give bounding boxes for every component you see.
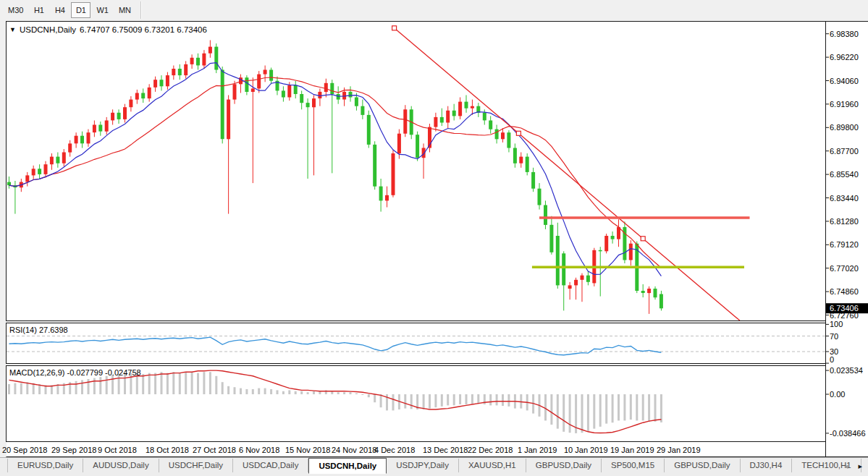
rsi-axis-label: 100 — [830, 320, 843, 328]
time-axis-label: 15 Nov 2018 — [285, 446, 330, 454]
price-axis-label: 6.77020 — [830, 264, 859, 273]
trendline-handle-1[interactable] — [516, 131, 521, 135]
macd-axis-label: -0.038466 — [830, 429, 866, 438]
time-axis-label: 9 Oct 2018 — [98, 446, 137, 454]
price-axis-label: 6.87700 — [830, 147, 859, 156]
price-axis-label: 6.83440 — [830, 194, 859, 203]
time-axis-label: 13 Dec 2018 — [423, 446, 468, 454]
chart-tab-usdchf-2[interactable]: USDCHF,Daily — [159, 459, 233, 472]
price-axis-label: 6.96220 — [830, 53, 859, 61]
chart-title-ohlc: 6.74707 6.75009 6.73201 6.73406 — [80, 25, 207, 34]
chart-tab-usdcad-3[interactable]: USDCAD,Daily — [233, 459, 308, 472]
left-margin — [0, 20, 7, 457]
macd-axis-label: 0.023534 — [830, 366, 863, 375]
time-axis-label: 1 Jan 2019 — [518, 446, 557, 454]
time-axis-label: 24 Nov 2018 — [332, 446, 376, 454]
tab-scroll-left-icon[interactable]: ◂ — [844, 461, 848, 471]
chart-area[interactable]: ▼USDCNH,Daily6.74707 6.75009 6.73201 6.7… — [0, 20, 868, 457]
rsi-axis-label: 0 — [830, 355, 834, 364]
timeframe-button-mn[interactable]: MN — [114, 2, 135, 18]
chart-tab-gbpusd-7[interactable]: GBPUSD,Daily — [526, 459, 602, 472]
time-axis[interactable]: 20 Sep 201829 Sep 20189 Oct 201818 Oct 2… — [2, 446, 701, 454]
time-axis-label: 6 Nov 2018 — [239, 446, 279, 454]
time-axis-label: 4 Dec 2018 — [374, 446, 415, 454]
macd-axis-label: 0.00 — [830, 390, 845, 399]
time-axis-label: 29 Sep 2018 — [51, 446, 96, 454]
trendline-handle-2[interactable] — [641, 237, 645, 241]
chart-title-symbol: USDCNH,Daily — [20, 25, 76, 34]
chart-tab-usdjpy-5[interactable]: USDJPY,Daily — [387, 459, 459, 472]
time-axis-label: 19 Jan 2019 — [610, 446, 654, 454]
timeframe-toolbar: M30H1H4D1W1MN — [0, 0, 868, 20]
price-axis-label: 6.81280 — [830, 217, 859, 226]
rsi-axis-label: 70 — [830, 332, 838, 341]
chart-tab-eurusd-0[interactable]: EURUSD,Daily — [7, 459, 83, 472]
time-axis-label: 22 Dec 2018 — [468, 446, 513, 454]
timeframe-button-m30[interactable]: M30 — [4, 2, 28, 18]
price-axis-label: 6.74860 — [830, 287, 859, 296]
chart-window-bg — [7, 22, 868, 457]
chart-tab-usdcnh-4[interactable]: USDCNH,Daily — [308, 458, 387, 474]
rsi-label: RSI(14) 27.6398 — [9, 326, 68, 334]
timeframe-button-w1[interactable]: W1 — [92, 2, 113, 18]
trendline-handle-0[interactable] — [392, 26, 397, 30]
timeframe-button-h4[interactable]: H4 — [50, 2, 69, 18]
chart-tab-gbpusd-9[interactable]: GBPUSD,Daily — [665, 459, 740, 472]
tab-scroll-right-icon[interactable]: ▸ — [858, 461, 862, 471]
toolbar-separator — [140, 1, 141, 19]
time-axis-label: 20 Sep 2018 — [2, 446, 47, 454]
trading-terminal-window: M30H1H4D1W1MN ▼USDCNH,Daily6.74707 6.750… — [0, 0, 868, 476]
symbol-dropdown-icon[interactable]: ▼ — [9, 26, 16, 33]
price-axis-label: 6.91960 — [830, 100, 859, 109]
chart-tab-dj30-10[interactable]: DJ30,H4 — [741, 459, 793, 472]
timeframe-button-h1[interactable]: H1 — [29, 2, 49, 18]
price-axis-label: 6.79120 — [830, 240, 859, 249]
chart-tab-audusd-1[interactable]: AUDUSD,Daily — [83, 459, 159, 472]
price-axis-label: 6.98380 — [830, 30, 859, 38]
macd-label: MACD(12,26,9) -0.027799 -0.024758 — [9, 368, 141, 377]
time-axis-label: 29 Jan 2019 — [657, 446, 701, 454]
timeframe-button-d1[interactable]: D1 — [71, 2, 90, 18]
time-axis-label: 18 Oct 2018 — [146, 446, 189, 454]
time-axis-label: 10 Jan 2019 — [564, 446, 608, 454]
chart-tabs-bar: EURUSD,DailyAUDUSD,DailyUSDCHF,DailyUSDC… — [0, 457, 868, 476]
chart-tab-xauusd-6[interactable]: XAUUSD,H1 — [459, 459, 526, 472]
price-axis-label: 6.85540 — [830, 170, 859, 179]
tab-scroll-arrows: ◂▸ — [844, 461, 862, 471]
price-axis-label: 6.94060 — [830, 77, 859, 85]
chart-tab-sp500-8[interactable]: SP500,M15 — [602, 459, 665, 472]
current-price-label: 6.73406 — [830, 304, 859, 313]
price-axis-label: 6.89800 — [830, 123, 859, 132]
time-axis-label: 27 Oct 2018 — [193, 446, 236, 454]
